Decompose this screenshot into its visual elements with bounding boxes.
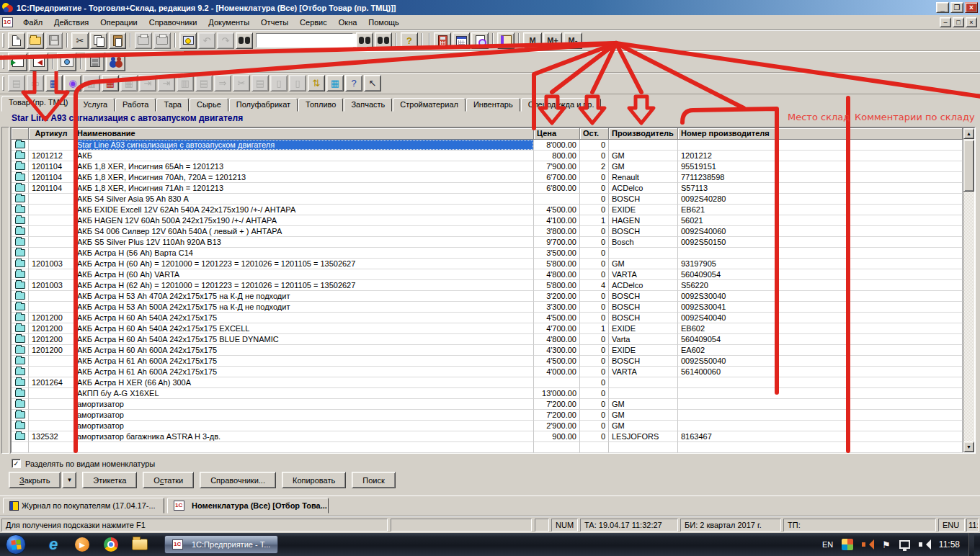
table-cell[interactable] [29,291,74,302]
table-cell[interactable]: амортизатор [74,410,534,421]
table-cell[interactable]: 93197905 [678,259,963,269]
table-row[interactable]: 132532амортизатор багажника ASTRA H 3-дв… [12,431,963,442]
quick-search-input[interactable] [257,34,363,47]
guide-book-button[interactable] [497,32,514,49]
table-cell[interactable]: BOSCH [609,302,678,313]
table-cell[interactable]: HAGEN [609,215,678,226]
table-cell[interactable]: 0092S30040 [678,291,963,302]
table-cell[interactable] [29,248,74,259]
table-cell[interactable]: 0 [580,356,609,367]
enter-based-on-button[interactable] [8,53,27,71]
table-row[interactable]: АКБ S4 Silver Asia 95 Ah 830 А0BOSCH0092… [12,194,963,205]
table-cell[interactable]: 0092S50040 [678,356,963,367]
table-cell[interactable]: 0 [580,410,609,421]
table-cell[interactable]: 2'900.00 [534,421,580,431]
column-header-6[interactable]: Производитель [609,128,678,140]
table-cell[interactable]: BOSCH [609,194,678,205]
table-cell[interactable]: АКБ Астра Н (60 Ah) VARTA [74,269,534,280]
start-button[interactable] [6,534,26,555]
table-cell[interactable] [678,388,963,399]
table-cell[interactable]: 0 [580,205,609,215]
table-cell[interactable]: 1201104 [29,161,74,172]
table-cell[interactable]: АКБ 1,8 XER, Инсигния 70Ah, 720A = 12012… [74,172,534,183]
column-header-4[interactable]: Цена [534,128,580,140]
table-cell[interactable]: 4 [580,280,609,291]
column-header-3[interactable]: Наименование [74,128,534,140]
table-row[interactable]: 1201003АКБ Астра Н (62 Ah) = 1201000 = 1… [12,280,963,291]
table-cell[interactable]: 0 [580,151,609,161]
table-row[interactable]: АКБ Астра Н (56 Ah) Варта C143'500.000 [12,248,963,259]
table-row[interactable]: Star Line A93 сигнализация с автозапуско… [12,140,963,151]
table-cell[interactable]: 95519151 [678,161,963,172]
table-cell[interactable]: АКБ Астра Н (56 Ah) Варта C14 [74,248,534,259]
tab-11[interactable]: Спецодежда и пр. [521,98,602,112]
table-cell[interactable]: 3'800.00 [534,226,580,237]
table-cell[interactable]: амортизатор [74,421,534,431]
table-cell[interactable]: 0 [580,431,609,442]
table-cell[interactable]: 0 [580,237,609,248]
table-cell[interactable]: АКБ 1,8 XER, Инсигния 65Ah = 1201213 [74,161,534,172]
table-cell[interactable]: АКБ Астра Н 60 Ah 600A 242x175x175 [74,345,534,356]
table-cell[interactable]: АКБ Астра Н (60 Ah) = 1201000 = 1201223 … [74,259,534,269]
toolbar-grip[interactable] [2,55,4,69]
table-cell[interactable]: 4'700.00 [534,323,580,334]
table-cell[interactable] [609,442,678,453]
column-header-7[interactable]: Номер производителя [678,128,963,140]
menu-5[interactable]: Документы [202,16,255,29]
table-row[interactable]: 1201200АКБ Астра Н 60 Ah 540A 242x175x17… [12,334,963,345]
table-cell[interactable] [29,399,74,410]
table-row[interactable]: АКБ HAGEN 12V 60Ah 500A 242x175x190 /+-/… [12,215,963,226]
table-cell[interactable]: АКБ Астра Н XER (66 Ah) 300A [74,377,534,388]
table-cell[interactable]: 1201200 [29,334,74,345]
column-header-1[interactable] [12,128,29,140]
tray-clock[interactable]: 11:58 [939,539,960,550]
table-cell[interactable]: 0 [580,399,609,410]
table-cell[interactable]: 0 [580,367,609,377]
tray-language[interactable]: EN [822,540,833,549]
table-cell[interactable]: АКБ Астра Н 60 Ah 540A 242x175x175 EXCEL… [74,323,534,334]
explorer-icon[interactable] [125,534,154,555]
table-cell[interactable]: 0 [580,313,609,323]
preview-row-button[interactable]: ◉ [64,75,81,91]
table-row[interactable]: АКПП б/у A-G X16XEL13'000.000 [12,388,963,399]
table-cell[interactable]: EB621 [678,205,963,215]
tab-10[interactable]: Инвентарь [466,98,520,112]
table-row[interactable]: амортизатор7'200.000GM [12,399,963,410]
table-cell[interactable]: 7'900.00 [534,161,580,172]
table-cell[interactable]: 0092S50150 [678,237,963,248]
table-cell[interactable] [609,377,678,388]
table-cell[interactable]: АКБ HAGEN 12V 60Ah 500A 242x175x190 /+-/… [74,215,534,226]
vertical-scrollbar[interactable]: ▲ ▼ [963,128,974,452]
view-doc-button[interactable] [471,32,489,49]
tab-8[interactable]: Запчасть [344,98,392,112]
table-cell[interactable]: 0 [580,183,609,194]
table-row[interactable]: АКБ Астра Н 61 Ah 600A 242x175x1754'000.… [12,367,963,377]
menu-6[interactable]: Отчеты [255,16,294,29]
table-row[interactable]: АКБ Астра Н 61 Ah 600A 242x175x1754'500.… [12,356,963,367]
1c-system-menu-icon[interactable] [2,17,13,27]
table-cell[interactable]: АКБ Астра Н 53 Ah 500A 242x175x175 на К-… [74,302,534,313]
table-cell[interactable]: 0092S40060 [678,226,963,237]
menu-7[interactable]: Сервис [294,16,333,29]
table-cell[interactable]: 0 [580,194,609,205]
table-cell[interactable]: 132532 [29,431,74,442]
restore-button[interactable]: ❐ [950,2,963,13]
copy-button[interactable] [90,32,107,49]
media-player-icon[interactable]: ▶ [68,534,97,555]
find-prev-button[interactable] [375,32,392,49]
table-row[interactable]: АКБ Астра Н (60 Ah) VARTA4'800.000VARTA5… [12,269,963,280]
table-cell[interactable] [29,442,74,453]
table-cell[interactable]: АКБ [74,151,534,161]
table-cell[interactable]: 0 [580,259,609,269]
table-cell[interactable]: 0 [580,345,609,356]
table-cell[interactable]: ACDelco [609,183,678,194]
table-row[interactable]: 1201200АКБ Астра Н 60 Ah 600A 242x175x17… [12,345,963,356]
mdi-tab-nomenclature[interactable]: Номенклатура (Все) [Отбор Това... [167,498,329,514]
table-cell[interactable]: 561400060 [678,367,963,377]
tab-1[interactable]: Товар (пр. ТМЦ) [1,96,76,112]
memory-m-button[interactable]: M [523,32,542,49]
search-button[interactable]: Поиск [352,472,395,488]
table-cell[interactable] [29,388,74,399]
mdi-close-button[interactable]: × [966,17,977,27]
table-cell[interactable]: АКБ Астра Н 53 Ah 470A 242x175x175 на К-… [74,291,534,302]
